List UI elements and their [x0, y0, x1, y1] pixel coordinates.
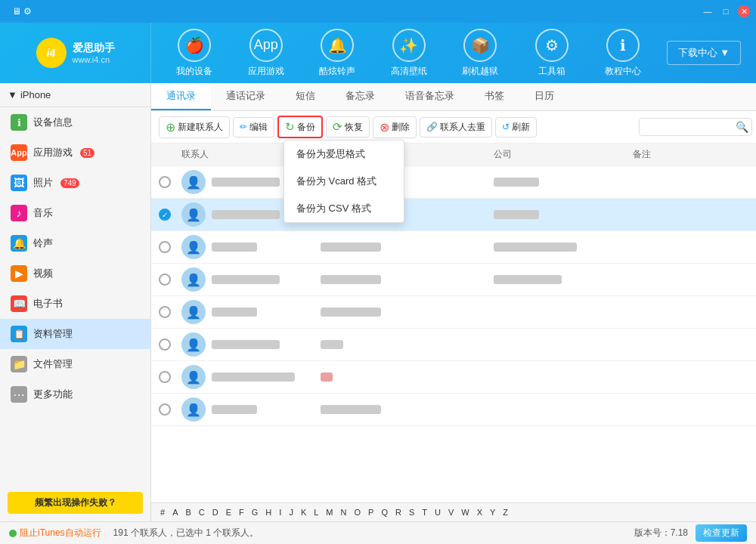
merge-icon: 🔗: [426, 122, 438, 132]
table-header: 联系人 公司 备注: [151, 144, 756, 166]
backup-csv-format[interactable]: 备份为 CSV 格式: [284, 195, 404, 222]
sidebar-item-photos[interactable]: 🖼 照片 749: [0, 168, 150, 198]
sidebar-item-device-info[interactable]: ℹ 设备信息: [0, 107, 150, 138]
table-row[interactable]: 👤: [151, 329, 756, 361]
alpha-x[interactable]: X: [474, 506, 485, 518]
company-name: [494, 243, 577, 252]
tab-voice-memo[interactable]: 语音备忘录: [390, 83, 469, 110]
row-checkbox[interactable]: [159, 338, 171, 351]
alpha-g[interactable]: G: [249, 506, 262, 518]
sidebar-item-more[interactable]: ⋯ 更多功能: [0, 379, 150, 410]
alpha-d[interactable]: D: [209, 506, 222, 518]
alpha-o[interactable]: O: [351, 506, 364, 518]
alpha-v[interactable]: V: [445, 506, 457, 518]
alpha-y[interactable]: Y: [487, 506, 498, 518]
merge-button[interactable]: 🔗 联系人去重: [420, 117, 492, 138]
table-row[interactable]: 👤: [151, 361, 756, 394]
row-checkbox[interactable]: [159, 306, 171, 318]
nav-wallpaper[interactable]: ✨ 高清壁纸: [383, 29, 435, 78]
alpha-z[interactable]: Z: [500, 506, 511, 518]
alpha-w[interactable]: W: [458, 506, 472, 518]
alpha-m[interactable]: M: [323, 506, 336, 518]
download-center-button[interactable]: 下载中心 ▼: [667, 41, 741, 65]
alpha-c[interactable]: C: [196, 506, 208, 518]
nav-toolbox[interactable]: ⚙ 工具箱: [525, 29, 578, 78]
sidebar-item-file-mgmt[interactable]: 📁 文件管理: [0, 349, 150, 379]
sidebar-item-ebook[interactable]: 📖 电子书: [0, 289, 150, 319]
avatar: 👤: [181, 235, 206, 259]
alpha-q[interactable]: Q: [378, 506, 391, 518]
nav-apps[interactable]: App 应用游戏: [240, 29, 293, 78]
table-row[interactable]: 👤: [151, 166, 756, 199]
tab-contacts[interactable]: 通讯录: [151, 83, 211, 110]
minimize-btn[interactable]: —: [702, 5, 714, 17]
close-btn[interactable]: ✕: [738, 5, 750, 17]
backup-aisi-format[interactable]: 备份为爱思格式: [284, 141, 404, 168]
alpha-n[interactable]: N: [338, 506, 350, 518]
alpha-i[interactable]: I: [276, 506, 284, 518]
backup-button[interactable]: ↻ 备份: [277, 116, 323, 138]
my-device-icon: 🍎: [178, 29, 211, 62]
delete-label: 删除: [392, 121, 410, 134]
refresh-icon: ↺: [502, 122, 510, 132]
nav-toolbox-label: 工具箱: [538, 65, 565, 78]
table-row[interactable]: 👤: [151, 231, 756, 264]
tab-calendar[interactable]: 日历: [519, 83, 569, 110]
sidebar-item-ringtone[interactable]: 🔔 铃声: [0, 228, 150, 258]
alpha-b[interactable]: B: [182, 506, 194, 518]
row-checkbox[interactable]: [159, 274, 171, 286]
row-checkbox[interactable]: [159, 403, 171, 416]
tab-call-log[interactable]: 通话记录: [211, 83, 280, 110]
sidebar-item-video[interactable]: ▶ 视频: [0, 258, 150, 289]
sidebar-label-device-info: 设备信息: [33, 116, 73, 129]
jailbreak-icon: 📦: [463, 29, 497, 62]
alpha-k[interactable]: K: [298, 506, 309, 518]
restore-button[interactable]: ⟳ 恢复: [326, 116, 370, 138]
alpha-hash[interactable]: #: [157, 506, 168, 518]
check-update-button[interactable]: 检查更新: [696, 524, 747, 542]
nav-jailbreak[interactable]: 📦 刷机越狱: [454, 29, 507, 78]
alpha-e[interactable]: E: [223, 506, 234, 518]
alpha-f[interactable]: F: [236, 506, 247, 518]
frequent-fail-button[interactable]: 频繁出现操作失败？: [8, 492, 143, 514]
alpha-h[interactable]: H: [262, 506, 274, 518]
file-mgmt-icon: 📁: [11, 356, 27, 372]
row-checkbox[interactable]: [159, 176, 171, 188]
tab-notes[interactable]: 备忘录: [330, 83, 390, 110]
table-row[interactable]: ✓ 👤: [151, 199, 756, 231]
sidebar-label-video: 视频: [33, 267, 53, 280]
header: i4 爱思助手 www.i4.cn 🍎 我的设备 App 应用游戏 🔔 酷炫铃声…: [0, 23, 756, 83]
edit-button[interactable]: ✏ 编辑: [233, 117, 274, 138]
tab-sms[interactable]: 短信: [280, 83, 330, 110]
alpha-p[interactable]: P: [365, 506, 376, 518]
row-checkbox[interactable]: ✓: [159, 209, 171, 221]
sidebar-item-music[interactable]: ♪ 音乐: [0, 198, 150, 228]
alpha-l[interactable]: L: [311, 506, 321, 518]
sidebar-item-data-mgmt[interactable]: 📋 资料管理: [0, 319, 150, 349]
refresh-button[interactable]: ↺ 刷新: [495, 117, 537, 138]
alpha-u[interactable]: U: [432, 506, 444, 518]
alpha-t[interactable]: T: [419, 506, 430, 518]
apps-badge: 51: [80, 148, 94, 158]
table-row[interactable]: 👤: [151, 296, 756, 329]
sidebar-item-apps[interactable]: App 应用游戏 51: [0, 138, 150, 168]
maximize-btn[interactable]: □: [720, 5, 732, 17]
nav-ringtone[interactable]: 🔔 酷炫铃声: [311, 29, 364, 78]
table-row[interactable]: 👤: [151, 394, 756, 426]
itunes-status: 阻止iTunes自动运行: [9, 527, 101, 539]
refresh-label: 刷新: [512, 121, 530, 134]
sidebar-label-apps: 应用游戏: [33, 146, 73, 159]
delete-button[interactable]: ⊗ 删除: [373, 116, 417, 138]
alpha-s[interactable]: S: [406, 506, 417, 518]
backup-vcard-format[interactable]: 备份为 Vcard 格式: [284, 168, 404, 195]
alpha-a[interactable]: A: [169, 506, 181, 518]
new-contact-button[interactable]: ⊕ 新建联系人: [159, 116, 230, 138]
nav-tutorial[interactable]: ℹ 教程中心: [596, 29, 649, 78]
row-checkbox[interactable]: [159, 371, 171, 383]
row-checkbox[interactable]: [159, 241, 171, 253]
table-row[interactable]: 👤: [151, 264, 756, 296]
alpha-r[interactable]: R: [392, 506, 404, 518]
alpha-j[interactable]: J: [286, 506, 296, 518]
tab-bookmarks[interactable]: 书签: [469, 83, 519, 110]
nav-my-device[interactable]: 🍎 我的设备: [168, 29, 221, 78]
